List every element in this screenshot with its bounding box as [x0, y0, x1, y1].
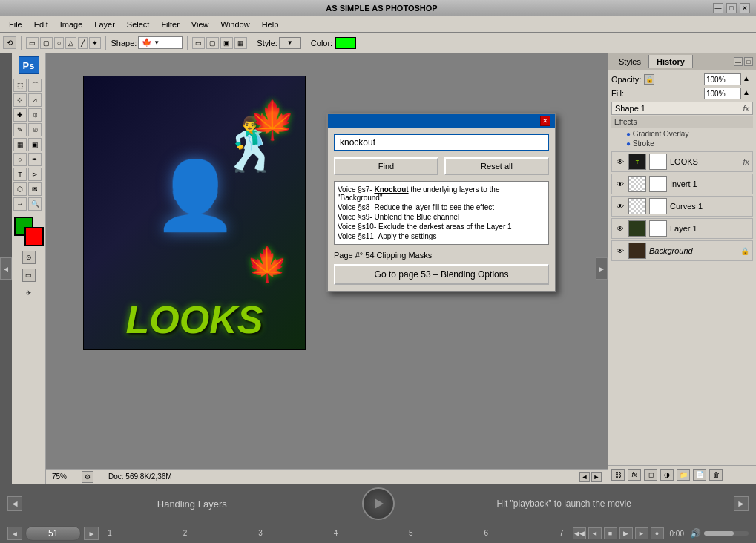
menu-view[interactable]: View: [185, 19, 215, 30]
panel-expand-btn[interactable]: □: [744, 57, 753, 66]
custom-shape-tool[interactable]: ✦: [89, 37, 101, 49]
gradient-tool[interactable]: ▣: [28, 138, 42, 151]
menu-image[interactable]: Image: [54, 19, 89, 30]
zoom-tool[interactable]: 🔍: [28, 197, 42, 211]
poly-tool[interactable]: △: [65, 37, 76, 49]
round-rect-tool[interactable]: ▢: [40, 37, 53, 49]
gradient-overlay-item[interactable]: ● Gradient Overlay: [611, 129, 753, 139]
fill-up-btn[interactable]: ▲: [743, 88, 753, 99]
rect-tool[interactable]: ▭: [26, 37, 39, 49]
menu-file[interactable]: File: [3, 19, 28, 30]
new-layer-btn[interactable]: 📄: [693, 469, 706, 481]
lasso-tool[interactable]: ⌒: [28, 79, 42, 92]
shape-tool[interactable]: ⬡: [13, 182, 27, 196]
layer-btn-3[interactable]: ▣: [220, 37, 233, 49]
clone-tool[interactable]: ⎅: [28, 108, 42, 122]
line-tool[interactable]: ╱: [78, 37, 88, 49]
ellipse-tool[interactable]: ○: [54, 37, 64, 49]
next-frame-btn[interactable]: ►: [635, 527, 648, 539]
shape-selector[interactable]: Shape: 🍁▼: [111, 36, 183, 49]
add-adjustment-btn[interactable]: ◑: [660, 469, 674, 481]
layer-btn-4[interactable]: ▦: [234, 37, 247, 49]
tool-btn-1[interactable]: ⟲: [3, 36, 16, 49]
type-tool[interactable]: T: [13, 168, 27, 181]
add-mask-btn[interactable]: ◻: [644, 469, 657, 481]
dodge-tool[interactable]: ○: [13, 153, 27, 166]
menu-select[interactable]: Select: [121, 19, 156, 30]
search-input[interactable]: [334, 134, 549, 151]
jump-to-app[interactable]: ✈: [26, 289, 32, 297]
slice-tool[interactable]: ⊿: [28, 93, 42, 107]
background-color[interactable]: [24, 227, 44, 246]
stop-btn[interactable]: ■: [604, 527, 617, 539]
prev-frame-btn[interactable]: ◄: [588, 527, 602, 539]
layer-eye-invert[interactable]: 👁: [615, 179, 625, 189]
maximize-button[interactable]: □: [726, 3, 737, 13]
close-button[interactable]: ✕: [740, 3, 750, 13]
layer-eye-bg[interactable]: 👁: [615, 246, 625, 256]
minimize-button[interactable]: —: [713, 3, 723, 13]
ctrl-next-btn[interactable]: ►: [84, 527, 99, 540]
layer-eye-1[interactable]: 👁: [615, 223, 625, 234]
add-style-btn[interactable]: fx: [628, 469, 641, 481]
opacity-input[interactable]: [704, 73, 741, 85]
left-nav-arrow[interactable]: ◄: [0, 257, 12, 280]
rewind-btn[interactable]: ◀◀: [573, 527, 586, 539]
quick-mask-tool[interactable]: ⊙: [22, 251, 36, 264]
canvas-prev-btn[interactable]: ◄: [579, 472, 590, 482]
layer-1[interactable]: 👁 Layer 1: [611, 218, 753, 239]
find-btn[interactable]: Find: [334, 157, 438, 175]
menu-edit[interactable]: Edit: [28, 19, 54, 30]
next-page-btn[interactable]: ►: [734, 496, 749, 511]
menu-layer[interactable]: Layer: [88, 19, 121, 30]
play-large-btn[interactable]: [362, 487, 395, 520]
dialog-close-btn[interactable]: ✕: [540, 116, 550, 126]
stroke-item[interactable]: ● Stroke: [611, 139, 753, 148]
menu-window[interactable]: Window: [215, 19, 256, 30]
new-group-btn[interactable]: 📁: [677, 469, 690, 481]
tab-history[interactable]: History: [649, 55, 693, 68]
heal-tool[interactable]: ✚: [13, 108, 27, 122]
move-tool[interactable]: ↔: [13, 197, 27, 211]
panel-minimize-btn[interactable]: —: [734, 57, 743, 66]
right-nav-arrow[interactable]: ►: [596, 257, 608, 280]
layer-btn-2[interactable]: ▢: [206, 37, 219, 49]
menu-help[interactable]: Help: [256, 19, 285, 30]
volume-slider[interactable]: [704, 531, 749, 536]
opacity-up-btn[interactable]: ▲: [743, 74, 753, 85]
opacity-lock-btn[interactable]: 🔒: [644, 74, 654, 85]
canvas-settings-btn[interactable]: ⚙: [82, 471, 93, 483]
record-btn[interactable]: ●: [651, 527, 664, 539]
marquee-tool[interactable]: ⬚: [13, 79, 27, 92]
notes-tool[interactable]: ✉: [28, 182, 42, 196]
layer-btn-1[interactable]: ▭: [192, 37, 205, 49]
screen-mode-tool[interactable]: ▭: [22, 269, 36, 282]
paint-bucket-tool[interactable]: ▦: [13, 138, 27, 151]
tab-styles[interactable]: Styles: [611, 55, 649, 68]
fx-badge[interactable]: fx: [743, 104, 749, 113]
fill-input[interactable]: [704, 88, 741, 99]
layer-eye-curves[interactable]: 👁: [615, 201, 625, 211]
crop-tool[interactable]: ⊹: [13, 93, 27, 107]
delete-layer-btn[interactable]: 🗑: [709, 469, 723, 481]
layer-background[interactable]: 👁 Background 🔒: [611, 240, 753, 261]
layer-curves[interactable]: 👁 Curves 1: [611, 196, 753, 217]
pen-tool[interactable]: ✒: [28, 153, 42, 166]
goto-btn[interactable]: Go to page 53 – Blending Options: [334, 264, 549, 285]
link-layers-btn[interactable]: ⛓: [611, 469, 625, 481]
color-swatch[interactable]: [335, 37, 356, 49]
reset-btn[interactable]: Reset all: [444, 157, 549, 175]
prev-page-btn[interactable]: ◄: [7, 496, 22, 511]
style-selector[interactable]: Style: ▼: [257, 37, 301, 49]
canvas-next-btn[interactable]: ►: [591, 472, 602, 482]
path-tool[interactable]: ⊳: [28, 168, 42, 181]
layer-eye-looks[interactable]: 👁: [615, 157, 625, 167]
layer-looks[interactable]: 👁 T LOOKS fx: [611, 151, 753, 172]
ctrl-prev-btn[interactable]: ◄: [7, 527, 22, 540]
brush-tool[interactable]: ✎: [13, 123, 27, 136]
play-btn[interactable]: ▶: [619, 527, 633, 539]
layer-fx-looks[interactable]: fx: [743, 157, 749, 166]
menu-filter[interactable]: Filter: [155, 19, 185, 30]
eraser-tool[interactable]: ⎚: [28, 123, 42, 136]
layer-invert[interactable]: 👁 Invert 1: [611, 174, 753, 194]
